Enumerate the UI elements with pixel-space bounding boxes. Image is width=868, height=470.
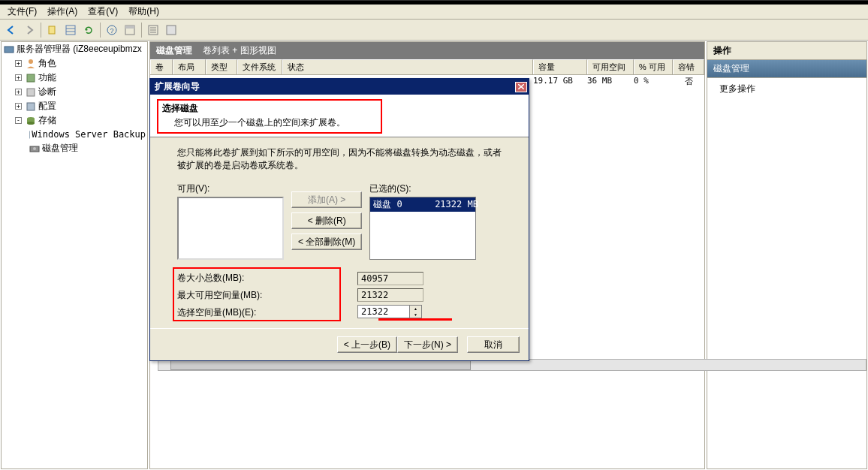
actions-panel: 操作 磁盘管理 更多操作 <box>707 41 867 469</box>
dm-title: 磁盘管理 <box>156 44 192 57</box>
values-labels: 卷大小总数(MB): 最大可用空间量(MB): 选择空间量(MB)(E): <box>177 272 312 319</box>
help-icon: ? <box>107 25 117 35</box>
tree-diagnostics-label: 诊断 <box>38 86 56 98</box>
roles-icon <box>25 58 37 70</box>
wizard-step-subtitle: 您可以用至少一个磁盘上的空间来扩展卷。 <box>162 116 517 129</box>
tool-btn-3[interactable] <box>122 22 138 38</box>
select-amount-input[interactable] <box>357 305 410 318</box>
wizard-header: 选择磁盘 您可以用至少一个磁盘上的空间来扩展卷。 <box>150 95 529 137</box>
close-icon <box>518 84 524 89</box>
expand-icon[interactable]: + <box>15 103 22 110</box>
cell-fault: 否 <box>673 76 704 87</box>
more-actions-link[interactable]: 更多操作 <box>707 78 866 100</box>
page-icon <box>47 25 58 35</box>
tree-panel: 服务器管理器 (iZ8eeceupibmzx + 角色 + 功能 + 诊断 + … <box>1 41 148 469</box>
svg-point-24 <box>33 147 36 150</box>
cell-free: 36 MB <box>587 76 634 87</box>
menu-action[interactable]: 操作(A) <box>43 5 82 19</box>
spin-down-button[interactable]: ▼ <box>410 312 421 318</box>
add-button[interactable]: 添加(A) > <box>291 191 362 208</box>
tool-btn-1[interactable] <box>44 22 61 38</box>
tree-wsb[interactable]: Windows Server Backup <box>2 128 147 141</box>
storage-icon <box>25 115 37 127</box>
tree-diagnostics[interactable]: + 诊断 <box>2 85 147 99</box>
expand-icon[interactable]: + <box>15 60 22 67</box>
list-item[interactable]: 磁盘 0 21322 MB <box>370 197 475 212</box>
tree-roles[interactable]: + 角色 <box>2 56 147 71</box>
col-pctfree[interactable]: % 可用 <box>634 59 673 74</box>
nav-forward-button[interactable] <box>21 22 38 38</box>
spinner-buttons: ▲ ▼ <box>410 305 422 318</box>
tool-btn-5[interactable] <box>163 22 179 38</box>
svg-point-20 <box>27 122 35 125</box>
tree-features-label: 功能 <box>38 71 56 84</box>
extend-volume-wizard: 扩展卷向导 选择磁盘 您可以用至少一个磁盘上的空间来扩展卷。 您只能将此卷扩展到… <box>149 78 529 361</box>
col-fault[interactable]: 容错 <box>673 59 704 74</box>
cell-pct: 0 % <box>634 76 673 87</box>
close-button[interactable] <box>515 82 527 92</box>
svg-point-14 <box>29 59 33 64</box>
expand-icon[interactable]: + <box>15 89 22 95</box>
nav-back-button[interactable] <box>3 22 20 38</box>
layout-icon <box>125 25 135 35</box>
total-label: 卷大小总数(MB): <box>177 272 312 285</box>
col-volume[interactable]: 卷 <box>150 59 173 74</box>
toolbar: ? <box>0 20 868 41</box>
dm-header: 磁盘管理 卷列表 + 图形视图 <box>150 42 704 59</box>
tree-config[interactable]: + 配置 <box>2 99 147 113</box>
tree-diskmgmt-label: 磁盘管理 <box>42 142 78 155</box>
total-value: 40957 <box>357 272 423 285</box>
selected-listbox[interactable]: 磁盘 0 21322 MB <box>369 197 476 260</box>
wizard-titlebar[interactable]: 扩展卷向导 <box>150 79 529 95</box>
cancel-button[interactable]: 取消 <box>467 336 520 353</box>
col-fs[interactable]: 文件系统 <box>237 59 282 74</box>
menu-help[interactable]: 帮助(H) <box>124 5 164 19</box>
arrow-left-icon <box>5 24 17 36</box>
menu-file[interactable]: 文件(F) <box>3 5 41 19</box>
svg-rect-17 <box>27 103 35 110</box>
col-capacity[interactable]: 容量 <box>533 59 587 74</box>
back-button[interactable]: < 上一步(B) <box>337 336 397 353</box>
config-icon <box>25 101 37 113</box>
disk-icon <box>29 143 41 155</box>
cell-capacity: 19.17 GB <box>533 76 587 87</box>
expand-icon[interactable]: + <box>15 74 22 81</box>
table-icon <box>65 25 76 35</box>
next-button[interactable]: 下一步(N) > <box>397 336 458 353</box>
available-listbox[interactable] <box>177 197 284 260</box>
tree-root[interactable]: 服务器管理器 (iZ8eeceupibmzx <box>2 42 147 56</box>
scrollbar-thumb[interactable] <box>170 360 471 370</box>
values-inputs: 40957 21322 ▲ ▼ <box>357 272 423 319</box>
spin-up-button[interactable]: ▲ <box>410 306 421 312</box>
col-free[interactable]: 可用空间 <box>587 59 634 74</box>
tree-config-label: 配置 <box>38 100 56 113</box>
svg-rect-1 <box>66 26 75 35</box>
svg-text:?: ? <box>110 27 113 35</box>
tool-btn-4[interactable] <box>145 22 161 38</box>
remove-all-button[interactable]: < 全部删除(M) <box>291 233 362 250</box>
svg-rect-15 <box>27 74 35 82</box>
available-column: 可用(V): <box>177 182 284 260</box>
menu-view[interactable]: 查看(V) <box>83 5 122 19</box>
backup-icon <box>29 128 30 140</box>
select-amount-spinner: ▲ ▼ <box>357 305 423 318</box>
collapse-icon[interactable]: - <box>15 117 22 124</box>
annotation-underline <box>378 318 452 321</box>
tree-features[interactable]: + 功能 <box>2 71 147 85</box>
refresh-button[interactable] <box>80 22 97 38</box>
col-type[interactable]: 类型 <box>206 59 237 74</box>
col-status[interactable]: 状态 <box>282 59 533 74</box>
tree-storage[interactable]: - 存储 <box>2 113 147 128</box>
wizard-body: 您只能将此卷扩展到如下所示的可用空间，因为不能将磁盘转换为动态磁盘，或者被扩展的… <box>150 137 529 328</box>
refresh-icon <box>83 25 94 35</box>
wizard-step-title: 选择磁盘 <box>162 102 517 115</box>
select-label: 选择空间量(MB)(E): <box>177 306 312 319</box>
tree-wsb-label: Windows Server Backup <box>32 129 146 140</box>
help-button[interactable]: ? <box>104 22 120 38</box>
tree-diskmgmt[interactable]: 磁盘管理 <box>2 141 147 155</box>
toolbar-separator <box>100 23 101 38</box>
tree-roles-label: 角色 <box>38 57 56 70</box>
tool-btn-2[interactable] <box>62 22 79 38</box>
remove-button[interactable]: < 删除(R) <box>291 212 362 229</box>
col-layout[interactable]: 布局 <box>173 59 206 74</box>
